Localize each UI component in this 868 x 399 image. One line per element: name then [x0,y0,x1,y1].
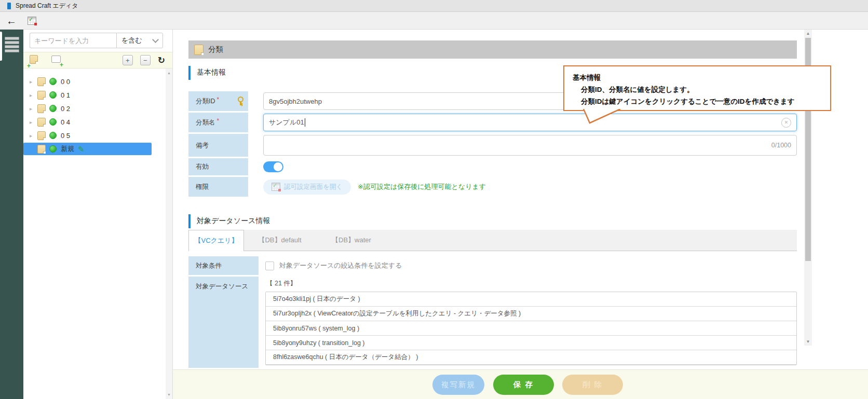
rail-active-tab-indicator [0,32,2,61]
scroll-up-icon[interactable]: ▲ [166,70,172,76]
datasource-item[interactable]: 5ib8yonru57ws ( system_log ) [266,321,796,336]
spreadsheet-icon [272,183,280,191]
basic-info-section-header: 基本情報 [188,65,226,80]
tree-item-label: 新規 [61,144,74,154]
tree-item[interactable]: ▸ 0 2 [23,102,152,115]
expand-arrow-icon[interactable]: ▸ [30,133,37,139]
datasource-list: 5i7o4o3kli1pj ( 日本のデータ ) 5i7ur3opljh2x (… [265,292,797,365]
enabled-toggle[interactable] [263,161,283,172]
pencil-icon [78,145,85,153]
folder-icon [37,91,46,100]
left-rail [0,29,23,399]
clear-icon[interactable]: ✕ [781,118,791,128]
text-cursor [305,118,305,127]
category-name-value: サンプル01 [269,118,304,127]
main-content: 分類 基本情報 分類ID * 分類名 * [173,29,804,399]
chevron-down-icon [152,36,159,43]
scroll-up-icon[interactable]: ▲ [804,30,812,37]
tree-item[interactable]: ▸ 0 5 [23,129,152,142]
datasource-item[interactable]: 5ib8yony9uhzy ( transition_log ) [266,336,796,350]
required-mark: * [217,117,220,125]
app-window: Spread Craft エディタ ← を含む + + + [0,0,868,399]
status-dot-icon [49,145,57,153]
status-dot-icon [49,118,57,126]
menu-icon[interactable] [5,37,19,52]
save-button[interactable]: 保 存 [493,375,554,395]
status-dot-icon [49,105,57,112]
category-name-row: 分類名 * サンプル01 ✕ [188,113,797,132]
plus-badge-icon: + [60,61,63,68]
tree-item-label: 0 5 [61,132,70,140]
open-auth-settings-button[interactable]: 認可設定画面を開く [263,180,351,195]
keyword-search-input[interactable] [30,33,116,48]
section-accent-bar [188,214,191,228]
permission-label-cell: 権限 [188,177,248,197]
datasource-item[interactable]: 8fhl6zaswe6qchu ( 日本のデータ（データ結合） ) [266,350,796,365]
expand-arrow-icon[interactable]: ▸ [30,106,37,112]
back-icon[interactable]: ← [6,16,17,26]
callout-tail [583,109,625,125]
tree-item-label: 0 4 [61,118,70,126]
datasource-item[interactable]: 5i7ur3opljh2x ( ViewCreatorの設定テーブルを利用したク… [266,307,796,321]
callout-line: 分類IDは鍵アイコンをクリックすることで一意のIDを作成できます [573,95,822,107]
remarks-input[interactable]: 0/1000 [263,135,797,156]
tree-item[interactable]: 新規 [23,143,152,155]
datasource-tab[interactable]: 【VCクエリ】 [188,230,244,251]
datasource-section-header: 対象データソース情報 [188,214,270,228]
datasource-item[interactable]: 5i7o4o3kli1pj ( 日本のデータ ) [266,292,796,307]
folder-icon [30,55,38,64]
app-titlebar: Spread Craft エディタ [0,0,868,12]
callout-title: 基本情報 [573,72,822,84]
tree-scrollbar[interactable]: ▲ ▼ [166,68,172,399]
target-condition-row: 対象条件 対象データソースの絞込条件を設定する [188,256,797,275]
add-folder-icon[interactable]: + [30,55,38,66]
category-tree: ▸ 0 0 ▸ 0 1 ▸ [23,68,166,399]
permission-note: ※認可設定は保存後に処理可能となります [358,182,486,191]
folder-icon [37,104,46,113]
callout-line: 分類ID、分類名に値を設定します。 [573,84,822,95]
tree-item-label: 0 2 [61,105,70,113]
page-title: 分類 [208,45,223,54]
folder-icon [37,77,46,86]
scroll-down-icon[interactable]: ▼ [804,338,812,345]
section-accent-bar [188,66,191,80]
status-dot-icon [49,132,57,139]
tree-panel: を含む + + + − ↻ ▸ 0 0 [23,29,173,399]
scroll-down-icon[interactable]: ▼ [166,391,172,398]
tree-item[interactable]: ▸ 0 0 [23,75,152,88]
datasource-tab[interactable]: 【DB】default [244,230,316,251]
category-id-label-cell: 分類ID * [188,91,248,111]
refresh-icon[interactable]: ↻ [158,55,165,66]
category-name-label-cell: 分類名 * [188,113,248,132]
datasource-tab[interactable]: 【DB】water [316,230,387,251]
tree-search-row: を含む [30,33,163,48]
target-condition-label-cell: 対象条件 [188,256,259,275]
add-node-icon[interactable]: + [51,56,61,65]
key-icon[interactable] [237,97,243,106]
expand-arrow-icon[interactable]: ▸ [30,79,37,85]
tree-item[interactable]: ▸ 0 1 [23,88,152,102]
match-mode-select[interactable]: を含む [116,33,163,48]
expand-all-button[interactable]: + [123,55,133,65]
char-counter: 0/1000 [771,142,791,149]
tree-item-label: 0 0 [61,78,70,86]
app-logo-icon [7,3,11,9]
folder-icon [37,145,46,154]
expand-arrow-icon[interactable]: ▸ [30,119,37,125]
filter-condition-checkbox[interactable] [265,262,274,270]
expand-arrow-icon[interactable]: ▸ [30,92,37,98]
match-mode-value: を含む [121,36,142,45]
page-header: 分類 [188,40,797,59]
app-title: Spread Craft エディタ [16,2,78,10]
delete-button[interactable]: 削 除 [562,375,623,395]
folder-icon [194,45,204,55]
spreadsheet-icon[interactable] [28,17,36,25]
collapse-all-button[interactable]: − [140,55,151,65]
tree-item[interactable]: ▸ 0 4 [23,115,152,129]
tree-item-label: 0 1 [61,91,70,99]
permission-row: 権限 認可設定画面を開く ※認可設定は保存後に処理可能となります [188,177,797,197]
enabled-label-cell: 有効 [188,158,248,175]
status-dot-icon [49,91,57,99]
category-name-input[interactable]: サンプル01 ✕ [263,114,797,131]
copy-new-button[interactable]: 複写新規 [432,375,484,395]
